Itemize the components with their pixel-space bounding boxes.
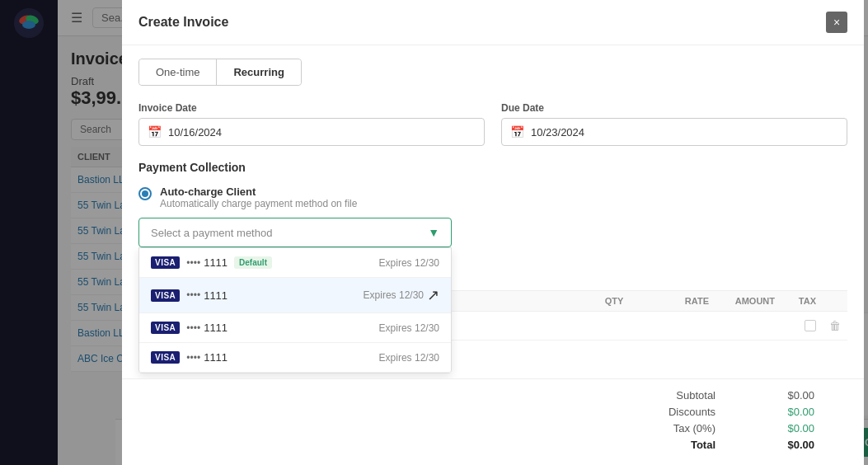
card-dots-1: •••• — [186, 289, 200, 301]
modal-summary-discounts: Discounts $0.00 — [138, 406, 847, 418]
modal-title: Create Invoice — [138, 15, 228, 30]
modal-summary-subtotal: Subtotal $0.00 — [138, 389, 847, 402]
payment-method-dropdown: Select a payment method ▼ VISA •••• 1111… — [138, 218, 847, 247]
calendar-icon: 📅 — [148, 125, 162, 139]
payment-method-list: VISA •••• 1111 Default Expires 12/30 VIS… — [138, 247, 452, 373]
modal-summary-tax: Tax (0%) $0.00 — [138, 422, 847, 434]
modal-tax-label: Tax (0%) — [633, 422, 716, 434]
visa-logo-3: VISA — [151, 351, 180, 364]
modal-discounts-value: $0.00 — [765, 406, 814, 418]
expires-text-2: Expires 12/30 — [379, 322, 439, 334]
delete-row-icon[interactable]: 🗑 — [829, 319, 841, 332]
payment-collection-title: Payment Collection — [138, 161, 847, 174]
payment-method-placeholder: Select a payment method — [151, 227, 272, 239]
modal-subtotal-value: $0.00 — [765, 389, 814, 402]
card-number-2: 1111 — [204, 322, 228, 334]
card-dots-0: •••• — [186, 257, 200, 269]
inv-col-amount-header: AMOUNT — [709, 296, 775, 306]
expires-text-0: Expires 12/30 — [379, 257, 439, 269]
payment-method-item-2[interactable]: VISA •••• 1111 Expires 12/30 — [139, 313, 451, 343]
modal-header: Create Invoice × — [122, 0, 864, 45]
dropdown-arrow-icon: ▼ — [428, 226, 439, 239]
card-number-1: 1111 — [204, 289, 228, 302]
due-date-label: Due Date — [501, 102, 847, 114]
invoice-date-group: Invoice Date 📅 10/16/2024 — [138, 102, 485, 146]
invoice-date-label: Invoice Date — [138, 102, 485, 114]
invoice-date-value: 10/16/2024 — [168, 126, 222, 139]
modal-discounts-label: Discounts — [633, 406, 716, 418]
payment-method-item-1[interactable]: VISA •••• 1111 Expires 12/30 ↗ — [139, 278, 451, 313]
due-date-value: 10/23/2024 — [531, 126, 584, 139]
invoice-type-tabs: One-time Recurring — [138, 59, 302, 86]
payment-method-trigger[interactable]: Select a payment method ▼ — [138, 218, 452, 247]
visa-logo-2: VISA — [151, 322, 180, 334]
expires-text-1: Expires 12/30 — [364, 289, 424, 301]
card-dots-3: •••• — [186, 352, 200, 364]
due-date-input[interactable]: 📅 10/23/2024 — [501, 118, 847, 146]
cursor-indicator: ↗ — [427, 286, 439, 304]
due-calendar-icon: 📅 — [510, 125, 524, 139]
modal-close-button[interactable]: × — [826, 12, 847, 33]
create-invoice-modal: Create Invoice × One-time Recurring Invo… — [122, 0, 864, 465]
inv-col-rate-header: RATE — [643, 296, 709, 306]
payment-method-item-3[interactable]: VISA •••• 1111 Expires 12/30 — [139, 343, 451, 373]
expires-text-3: Expires 12/30 — [379, 352, 439, 364]
auto-charge-desc: Automatically charge payment method on f… — [160, 198, 357, 209]
modal-summary: Subtotal $0.00 Discounts $0.00 Tax (0%) … — [122, 378, 864, 465]
tab-recurring[interactable]: Recurring — [217, 59, 300, 85]
modal-total-value: $0.00 — [765, 439, 814, 451]
modal-summary-total: Total $0.00 — [138, 439, 847, 451]
inv-col-tax-header: TAX — [775, 296, 816, 306]
date-fields-row: Invoice Date 📅 10/16/2024 Due Date 📅 10/… — [138, 102, 847, 146]
default-badge-0: Default — [234, 256, 272, 269]
modal-subtotal-label: Subtotal — [633, 389, 716, 402]
auto-charge-radio[interactable] — [138, 187, 152, 200]
due-date-group: Due Date 📅 10/23/2024 — [501, 102, 847, 146]
visa-logo-1: VISA — [151, 289, 180, 302]
payment-method-item-0[interactable]: VISA •••• 1111 Default Expires 12/30 — [139, 248, 451, 278]
invoice-date-input[interactable]: 📅 10/16/2024 — [138, 118, 485, 146]
inv-col-qty-header: QTY — [585, 296, 643, 306]
payment-method-items: VISA •••• 1111 Default Expires 12/30 VIS… — [139, 248, 451, 373]
modal-total-label: Total — [633, 439, 716, 451]
auto-charge-label: Auto-charge Client — [160, 186, 357, 198]
auto-charge-label-group: Auto-charge Client Automatically charge … — [160, 186, 357, 209]
modal-tax-value: $0.00 — [765, 422, 814, 434]
tab-one-time[interactable]: One-time — [139, 59, 217, 85]
visa-logo-0: VISA — [151, 256, 180, 269]
card-number-3: 1111 — [204, 351, 228, 364]
tax-checkbox[interactable] — [805, 320, 816, 331]
card-number-0: 1111 — [204, 256, 228, 269]
card-dots-2: •••• — [186, 322, 200, 334]
modal-body: One-time Recurring Invoice Date 📅 10/16/… — [122, 45, 864, 378]
auto-charge-option: Auto-charge Client Automatically charge … — [138, 186, 847, 209]
